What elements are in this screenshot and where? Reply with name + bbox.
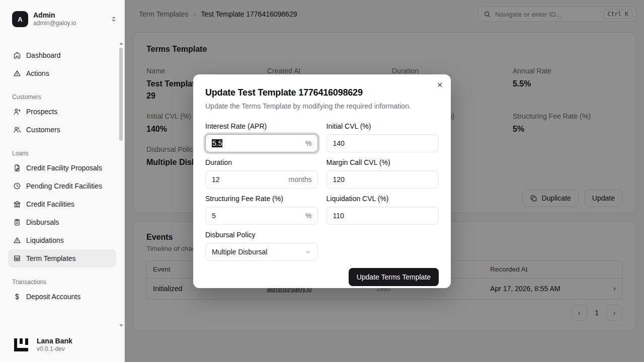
sidebar-item-deposit-accounts[interactable]: Deposit Accounts [8,288,116,306]
sidebar-nav: Dashboard Actions Customers Prospects Cu… [0,46,124,306]
initial-cvl-input[interactable] [327,134,439,152]
sidebar-item-label: Credit Facilities [26,200,74,208]
field-liquidation-cvl: Liquidation CVL (%) [327,189,439,225]
app-root: A Admin admin@galoy.io Dashboard Actions… [0,0,644,362]
sidebar-item-credit-facility-proposals[interactable]: Credit Facility Proposals [8,159,116,177]
sidebar-section-loans: Loans [12,150,124,157]
sidebar-scrollbar [119,42,123,327]
field-margin-call-cvl: Margin Call CVL (%) [327,152,439,189]
app-name: Lana Bank [37,337,72,345]
account-switcher[interactable]: A Admin admin@galoy.io [0,0,124,27]
app-identity: Lana Bank v0.0.1-dev [37,337,72,353]
sidebar-item-actions[interactable]: Actions [8,64,116,82]
sidebar-footer: Lana Bank v0.0.1-dev [12,336,72,354]
sidebar-item-label: Disbursals [26,218,59,226]
dialog-footer: Update Terms Template [205,268,439,286]
scrollbar-thumb[interactable] [119,48,123,141]
lana-bank-logo [12,336,30,354]
spacer [327,225,439,261]
sidebar-item-term-templates[interactable]: Term Templates [8,249,116,267]
sidebar-item-label: Prospects [26,108,57,116]
sidebar-item-label: Liquidations [26,236,64,244]
dollar-icon [13,293,21,301]
layout-grid-icon [13,254,21,262]
dialog-title: Update Test Template 1776416098629 [205,86,439,99]
landmark-icon [13,200,21,208]
sidebar-item-dashboard[interactable]: Dashboard [8,46,116,64]
chevron-down-icon [305,249,311,255]
sidebar-section-customers: Customers [12,94,124,101]
sidebar-item-label: Actions [26,69,49,77]
field-disbursal-policy: Disbursal Policy Multiple Disbursal [205,225,318,261]
update-terms-template-dialog: ✕ Update Test Template 1776416098629 Upd… [193,74,451,288]
duration-input[interactable] [205,170,318,189]
sidebar-item-credit-facilities[interactable]: Credit Facilities [8,195,116,213]
liquidation-cvl-input[interactable] [327,207,439,225]
close-icon[interactable]: ✕ [437,81,443,88]
disbursal-policy-select[interactable]: Multiple Disbursal [205,243,318,261]
alert-triangle-icon [13,69,21,77]
alert-triangle-icon [13,236,21,244]
sidebar-item-customers[interactable]: Customers [8,121,116,139]
dialog-description: Update the Terms Template by modifying t… [205,101,439,111]
sidebar-item-label: Dashboard [26,51,61,59]
chevrons-up-down-icon [110,16,117,23]
file-pen-icon [13,164,21,172]
sidebar-item-pending-credit-facilities[interactable]: Pending Credit Facilities [8,177,116,195]
sidebar-section-transactions: Transactions [12,279,124,286]
scroll-down-arrow-icon[interactable] [119,324,123,327]
user-email: admin@galoy.io [33,20,105,27]
user-meta: Admin admin@galoy.io [33,11,105,27]
clock-icon [13,182,21,190]
home-icon [13,51,21,59]
sidebar: A Admin admin@galoy.io Dashboard Actions… [0,0,125,362]
avatar: A [12,11,28,27]
margin-call-cvl-input[interactable] [327,170,439,189]
sidebar-item-label: Deposit Accounts [26,293,80,301]
field-interest-rate: Interest Rate (APR) 5.5 % [205,116,318,152]
scroll-up-arrow-icon[interactable] [119,42,123,45]
user-name: Admin [33,11,105,20]
dialog-form: Interest Rate (APR) 5.5 % Initial CVL (%… [205,116,439,261]
sidebar-item-label: Pending Credit Facilities [26,182,102,190]
users-icon [13,126,21,134]
update-terms-template-button[interactable]: Update Terms Template [349,268,439,286]
app-version: v0.0.1-dev [37,345,72,353]
structuring-fee-rate-input[interactable] [205,207,318,225]
sidebar-item-disbursals[interactable]: Disbursals [8,213,116,231]
sidebar-item-liquidations[interactable]: Liquidations [8,231,116,249]
selected-text: 5.5 [212,139,222,147]
user-plus-icon [13,108,21,116]
field-duration: Duration months [205,152,318,189]
sidebar-item-prospects[interactable]: Prospects [8,103,116,121]
interest-rate-input[interactable]: 5.5 [205,134,318,152]
field-structuring-fee-rate: Structuring Fee Rate (%) % [205,189,318,225]
field-initial-cvl: Initial CVL (%) [327,116,439,152]
sidebar-item-label: Customers [26,126,60,134]
avatar-initial: A [18,16,22,23]
sidebar-item-label: Term Templates [26,254,76,262]
clipboard-icon [13,218,21,226]
sidebar-item-label: Credit Facility Proposals [26,164,102,172]
